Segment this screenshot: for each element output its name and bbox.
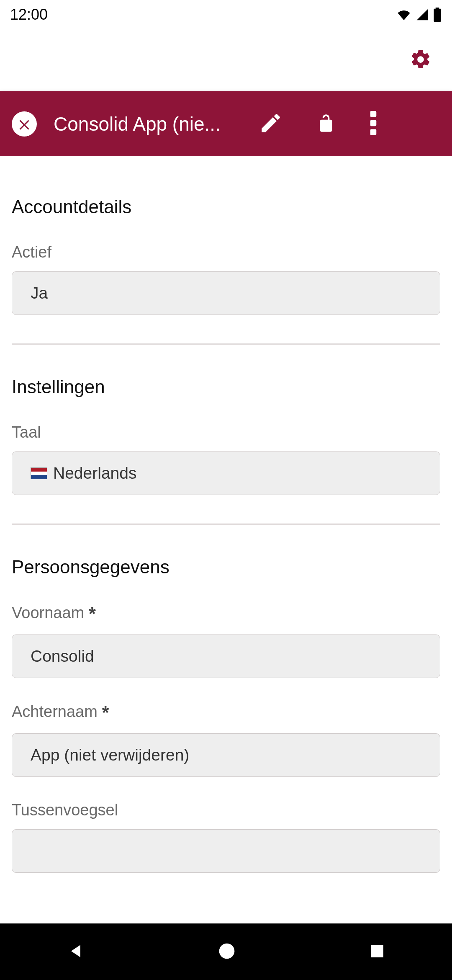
field-group-infix: Tussenvoegsel	[12, 801, 440, 873]
page-title: Consolid App (nie...	[37, 113, 259, 135]
nav-home-button[interactable]	[218, 942, 236, 962]
svg-rect-4	[371, 945, 383, 957]
status-time: 12:00	[10, 6, 48, 23]
more-vertical-icon	[369, 111, 378, 135]
field-group-lastname: Achternaam * App (niet verwijderen)	[12, 702, 440, 777]
triangle-back-icon	[67, 942, 85, 960]
unlock-icon	[316, 111, 336, 136]
required-asterisk: *	[102, 702, 109, 723]
field-value: Ja	[31, 284, 48, 302]
unlock-button[interactable]	[316, 111, 336, 137]
svg-rect-2	[370, 129, 377, 135]
status-icons	[396, 8, 442, 22]
section-title-account: Accountdetails	[12, 196, 440, 217]
edit-button[interactable]	[259, 111, 283, 137]
app-bar: Consolid App (nie...	[0, 91, 452, 156]
svg-rect-0	[370, 111, 377, 117]
close-button[interactable]	[12, 111, 37, 137]
status-bar: 12:00	[0, 0, 452, 29]
nav-back-button[interactable]	[67, 942, 85, 962]
pencil-icon	[259, 111, 283, 135]
more-button[interactable]	[369, 111, 378, 137]
field-value: Consolid	[31, 647, 94, 665]
svg-rect-1	[370, 120, 377, 126]
field-label-active: Actief	[12, 243, 440, 261]
flag-nl-icon	[31, 467, 47, 479]
secondary-toolbar	[0, 29, 452, 91]
field-active[interactable]: Ja	[12, 271, 440, 315]
nav-recent-button[interactable]	[369, 943, 385, 961]
field-infix[interactable]	[12, 829, 440, 873]
section-title-personal: Persoonsgegevens	[12, 557, 440, 578]
divider	[12, 524, 440, 525]
field-language[interactable]: Nederlands	[12, 451, 440, 495]
square-recent-icon	[369, 943, 385, 959]
required-asterisk: *	[89, 603, 96, 624]
field-value: App (niet verwijderen)	[31, 746, 189, 764]
circle-home-icon	[218, 942, 236, 960]
field-label-lastname: Achternaam *	[12, 702, 440, 723]
section-title-settings: Instellingen	[12, 377, 440, 397]
wifi-icon	[396, 8, 412, 21]
field-value: Nederlands	[53, 464, 136, 482]
field-label-language: Taal	[12, 423, 440, 441]
battery-icon	[433, 8, 442, 22]
gear-icon[interactable]	[409, 48, 432, 72]
app-bar-actions	[259, 111, 384, 137]
signal-icon	[415, 8, 429, 21]
close-icon	[17, 116, 32, 132]
field-label-firstname: Voornaam *	[12, 603, 440, 624]
field-group-language: Taal Nederlands	[12, 423, 440, 495]
content-area[interactable]: Accountdetails Actief Ja Instellingen Ta…	[0, 156, 452, 923]
field-group-firstname: Voornaam * Consolid	[12, 603, 440, 678]
system-nav-bar	[0, 923, 452, 980]
field-firstname[interactable]: Consolid	[12, 634, 440, 678]
field-lastname[interactable]: App (niet verwijderen)	[12, 733, 440, 777]
field-group-active: Actief Ja	[12, 243, 440, 315]
divider	[12, 343, 440, 345]
field-label-infix: Tussenvoegsel	[12, 801, 440, 819]
svg-point-3	[219, 943, 235, 959]
